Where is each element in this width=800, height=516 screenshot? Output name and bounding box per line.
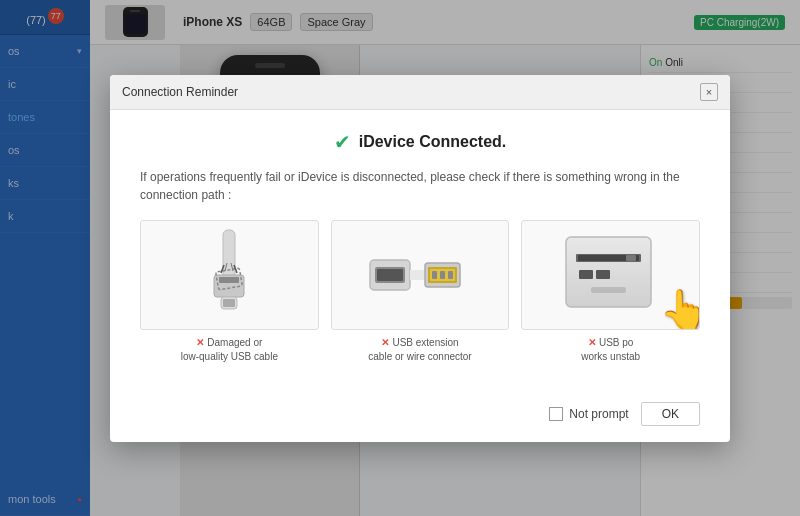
dialog-titlebar: Connection Reminder × bbox=[110, 75, 730, 110]
image-item-usb-port: 👆 ✕USB po works unstab bbox=[521, 220, 700, 364]
dialog-header: ✔ iDevice Connected. bbox=[140, 130, 700, 154]
svg-rect-19 bbox=[448, 271, 453, 279]
dialog-title: Connection Reminder bbox=[122, 85, 238, 99]
svg-rect-24 bbox=[591, 287, 626, 293]
modal-overlay: Connection Reminder × ✔ iDevice Connecte… bbox=[0, 0, 800, 516]
usb-extension-svg bbox=[365, 225, 475, 325]
error-x-icon: ✕ bbox=[196, 337, 204, 348]
dialog-body: ✔ iDevice Connected. If operations frequ… bbox=[110, 110, 730, 392]
dialog-description: If operations frequently fail or iDevice… bbox=[140, 168, 700, 204]
usb-port-image: 👆 bbox=[521, 220, 700, 330]
damaged-cable-label: ✕Damaged or low-quality USB cable bbox=[181, 336, 278, 364]
checkmark-icon: ✔ bbox=[334, 130, 351, 154]
svg-rect-0 bbox=[223, 230, 235, 280]
svg-rect-13 bbox=[410, 270, 425, 280]
ok-button[interactable]: OK bbox=[641, 402, 700, 426]
not-prompt-checkbox[interactable] bbox=[549, 407, 563, 421]
image-item-usb-extension: ✕USB extension cable or wire connector bbox=[331, 220, 510, 364]
damaged-cable-image bbox=[140, 220, 319, 330]
usb-port-svg bbox=[551, 222, 671, 327]
usb-extension-image bbox=[331, 220, 510, 330]
svg-rect-12 bbox=[377, 269, 403, 281]
hand-pointer-icon: 👆 bbox=[659, 287, 700, 330]
svg-rect-17 bbox=[432, 271, 437, 279]
usb-port-label: ✕USB po works unstab bbox=[581, 336, 640, 364]
error-x-icon-2: ✕ bbox=[381, 337, 389, 348]
image-item-damaged-cable: ✕Damaged or low-quality USB cable bbox=[140, 220, 319, 364]
connection-reminder-dialog: Connection Reminder × ✔ iDevice Connecte… bbox=[110, 75, 730, 442]
svg-rect-18 bbox=[440, 271, 445, 279]
dialog-footer: Not prompt OK bbox=[110, 392, 730, 442]
dialog-close-button[interactable]: × bbox=[700, 83, 718, 101]
svg-rect-2 bbox=[219, 277, 239, 283]
svg-rect-25 bbox=[579, 270, 593, 279]
svg-rect-9 bbox=[223, 299, 235, 307]
svg-rect-26 bbox=[596, 270, 610, 279]
images-row: ✕Damaged or low-quality USB cable bbox=[140, 220, 700, 364]
usb-extension-label: ✕USB extension cable or wire connector bbox=[368, 336, 471, 364]
damaged-cable-svg bbox=[179, 225, 279, 325]
checkbox-label-text: Not prompt bbox=[569, 407, 628, 421]
dialog-main-title: iDevice Connected. bbox=[359, 133, 507, 151]
error-x-icon-3: ✕ bbox=[588, 337, 596, 348]
not-prompt-checkbox-label[interactable]: Not prompt bbox=[549, 407, 628, 421]
svg-rect-23 bbox=[626, 255, 636, 261]
